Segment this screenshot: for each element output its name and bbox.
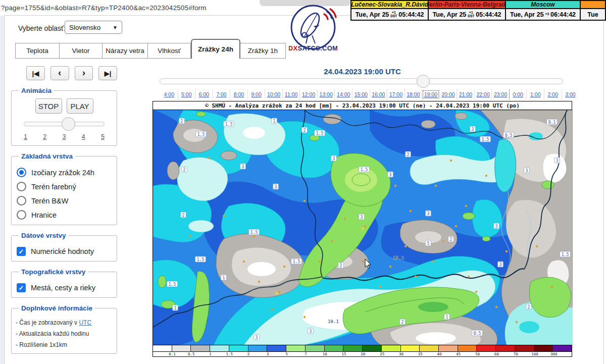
legend-label: 70 xyxy=(506,352,525,356)
tab-n-razy-vetra[interactable]: Nárazy vetra xyxy=(103,43,148,58)
world-clock-bar: Lučenec-Slovakia_R.Dávid Tue, Apr 25 +1D… xyxy=(350,0,606,21)
time-link-1200[interactable]: 12:00 xyxy=(302,91,315,97)
time-link-900[interactable]: 9:00 xyxy=(251,91,261,97)
tab-teplota[interactable]: Teplota xyxy=(15,43,60,58)
svg-text:1.5: 1.5 xyxy=(250,230,258,235)
legend-color-cell xyxy=(458,345,477,351)
time-cell: 13:00 xyxy=(318,89,335,99)
time-link-500[interactable]: 5:00 xyxy=(181,91,191,97)
svg-text:1.5: 1.5 xyxy=(293,259,300,264)
time-link-700[interactable]: 7:00 xyxy=(216,91,226,97)
precipitation-map[interactable]: 1.522311.52321.511.51.533532321.530.50.1… xyxy=(153,110,573,345)
animation-speed-slider[interactable] xyxy=(24,122,105,126)
time-cell: 5:00 xyxy=(178,89,196,99)
first-frame-button[interactable]: |◀ xyxy=(26,66,45,80)
time-link-1500[interactable]: 15:00 xyxy=(355,91,368,97)
time-link-2200[interactable]: 22:00 xyxy=(476,91,489,97)
radio-teren-farebny[interactable] xyxy=(17,182,26,191)
speed-link-5[interactable]: 5 xyxy=(101,133,105,140)
svg-text:0.5: 0.5 xyxy=(505,133,513,138)
time-link-1600[interactable]: 16:00 xyxy=(372,91,385,97)
time-link-2100[interactable]: 21:00 xyxy=(459,91,472,97)
tab-vietor[interactable]: Vietor xyxy=(60,43,103,58)
time-link-1700[interactable]: 17:00 xyxy=(389,91,402,97)
radio-teren-bw[interactable] xyxy=(17,196,26,205)
legend-label: 2 xyxy=(239,352,258,356)
time-cell: 15:00 xyxy=(352,89,370,99)
tab-vlhkos-[interactable]: Vlhkosť xyxy=(148,43,191,58)
time-link-1900[interactable]: 19:00 xyxy=(423,90,439,98)
checkbox-row[interactable]: Numerické hodnoty xyxy=(17,247,112,256)
frame-nav-buttons: |◀‹›▶| xyxy=(26,66,117,80)
svg-text:1.5: 1.5 xyxy=(225,122,233,127)
time-link-1000[interactable]: 10:00 xyxy=(267,91,280,97)
svg-text:2: 2 xyxy=(182,213,185,218)
checkbox-mesta-cesty[interactable] xyxy=(17,283,26,292)
svg-text:1: 1 xyxy=(174,306,177,310)
time-link-600[interactable]: 6:00 xyxy=(199,91,209,97)
legend-color-cell xyxy=(191,345,210,351)
clock-city-label: Berlin-Paris-Vienna-Belgrade xyxy=(429,1,505,9)
precipitation-map-panel: © SHMÚ - Analýza zrážok za 24 hod [mm] -… xyxy=(153,101,572,357)
speed-link-1[interactable]: 1 xyxy=(24,133,27,140)
speed-link-3[interactable]: 3 xyxy=(63,133,66,140)
time-link-800[interactable]: 8:00 xyxy=(234,91,244,97)
svg-text:19.1: 19.1 xyxy=(328,319,339,324)
legend-color-cell xyxy=(210,345,229,351)
prev-frame-button[interactable]: ‹ xyxy=(50,66,69,80)
utc-link[interactable]: UTC xyxy=(79,319,91,326)
time-slider[interactable] xyxy=(160,78,563,84)
time-link-100[interactable]: 1:00 xyxy=(530,91,540,97)
radio-row[interactable]: Hranice xyxy=(17,210,112,220)
dst-offset: +1DST xyxy=(390,11,397,18)
play-button[interactable]: PLAY xyxy=(67,98,93,114)
radio-row[interactable]: Terén B&W xyxy=(17,196,112,205)
time-link-1100[interactable]: 11:00 xyxy=(285,91,298,97)
time-link-1300[interactable]: 13:00 xyxy=(320,91,333,97)
svg-text:3: 3 xyxy=(333,157,335,161)
time-link-2000[interactable]: 20:00 xyxy=(441,91,454,97)
next-frame-button[interactable]: › xyxy=(75,66,93,80)
svg-text:3: 3 xyxy=(556,159,559,163)
svg-text:3: 3 xyxy=(361,215,363,220)
speed-link-2[interactable]: 2 xyxy=(43,133,46,140)
checkbox-row[interactable]: Mestá, cesty a rieky xyxy=(17,283,112,292)
speed-link-4[interactable]: 4 xyxy=(82,133,85,140)
region-select[interactable]: Slovensko ▼ xyxy=(65,21,122,34)
last-frame-button[interactable]: ▶| xyxy=(98,66,117,80)
svg-text:1: 1 xyxy=(273,119,276,124)
radio-izociary[interactable] xyxy=(17,168,26,177)
radio-row[interactable]: Terén farebný xyxy=(17,182,112,191)
time-slider-thumb[interactable] xyxy=(417,75,430,88)
page-left-margin xyxy=(0,16,4,364)
svg-text:2: 2 xyxy=(340,264,342,268)
time-link-2300[interactable]: 23:00 xyxy=(494,91,507,97)
svg-text:1: 1 xyxy=(446,315,448,320)
time-link-200[interactable]: 2:00 xyxy=(548,91,558,97)
time-link-1800[interactable]: 18:00 xyxy=(407,91,420,97)
time-cell: 23:00 xyxy=(492,89,510,99)
clock-berlin: Berlin-Paris-Vienna-Belgrade Tue, Apr 25… xyxy=(429,1,506,20)
checkbox-numericke-hodnoty[interactable] xyxy=(17,247,26,256)
time-link-000[interactable]: 0:00 xyxy=(513,91,523,97)
svg-text:3: 3 xyxy=(310,329,312,334)
control-sidebar: |◀‹›▶| Animácia STOP PLAY 12345 Základná… xyxy=(11,66,117,354)
animation-speed-slider-thumb[interactable] xyxy=(62,117,75,131)
tab-zr-ky-24h[interactable]: Zrážky 24h xyxy=(191,39,240,59)
time-link-1400[interactable]: 14:00 xyxy=(337,91,350,97)
tab-zr-ky-1h[interactable]: Zrážky 1h xyxy=(240,43,286,58)
legend-label: 20 xyxy=(354,352,373,356)
svg-text:2: 2 xyxy=(528,305,530,309)
clock-city-label: Lučenec-Slovakia_R.Dávid xyxy=(351,1,428,9)
time-links-row: 4:005:006:007:008:009:0010:0011:0012:001… xyxy=(161,89,579,99)
time-cell: 22:00 xyxy=(475,89,492,99)
stop-button[interactable]: STOP xyxy=(35,98,62,114)
time-link-400[interactable]: 4:00 xyxy=(164,91,174,97)
clock-time: Tue, Apr 25 +3 06:44:42 xyxy=(506,9,580,20)
radio-row[interactable]: Izočiary zrážok 24h xyxy=(17,168,112,177)
time-link-300[interactable]: 3:00 xyxy=(565,91,575,97)
legend-color-cell xyxy=(401,345,420,351)
legend-label: 1 xyxy=(201,352,220,356)
legend-label: 45 xyxy=(449,352,468,356)
radio-hranice[interactable] xyxy=(17,210,26,220)
